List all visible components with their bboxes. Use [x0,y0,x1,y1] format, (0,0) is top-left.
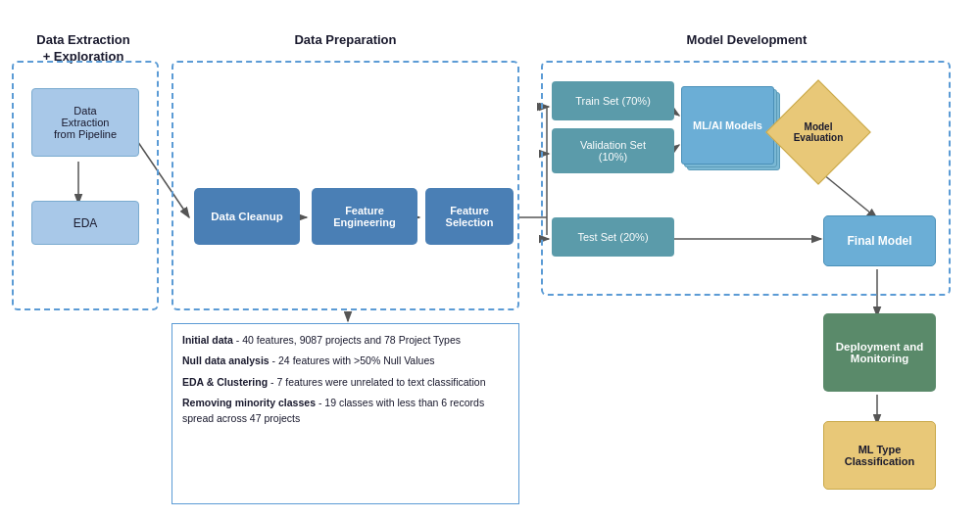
box-feature-selection: FeatureSelection [425,188,514,245]
section-title-data-preparation: Data Preparation [172,32,519,47]
box-train-set: Train Set (70%) [552,81,674,120]
box-eda: EDA [31,201,139,245]
section-title-model-development: Model Development [541,32,953,47]
notes-box: Initial data - 40 features, 9087 project… [172,323,519,504]
box-final-model: Final Model [823,215,936,266]
note-removing-minority: Removing minority classes - 19 classes w… [182,395,509,427]
box-data-cleanup: Data Cleanup [194,188,300,245]
diamond-label: ModelEvaluation [785,121,852,143]
box-data-extraction: DataExtractionfrom Pipeline [31,88,139,157]
diamond-model-evaluation: ModelEvaluation [779,93,858,171]
note-initial-data: Initial data - 40 features, 9087 project… [182,332,509,348]
note-null-data: Null data analysis - 24 features with >5… [182,353,509,368]
box-validation-set: Validation Set(10%) [552,128,674,173]
region-data-preparation [172,61,519,310]
box-test-set: Test Set (20%) [552,217,674,257]
box-ml-type-classification: ML Type Classification [823,421,936,490]
note-eda-clustering: EDA & Clustering - 7 features were unrel… [182,374,509,390]
box-ml-models-stacked: ML/AI Models [681,86,774,165]
diagram-container: Data Extraction+ Exploration DataExtract… [0,0,980,519]
box-feature-engineering: FeatureEngineering [312,188,417,245]
box-deployment-monitoring: Deployment andMonitoring [823,313,936,392]
